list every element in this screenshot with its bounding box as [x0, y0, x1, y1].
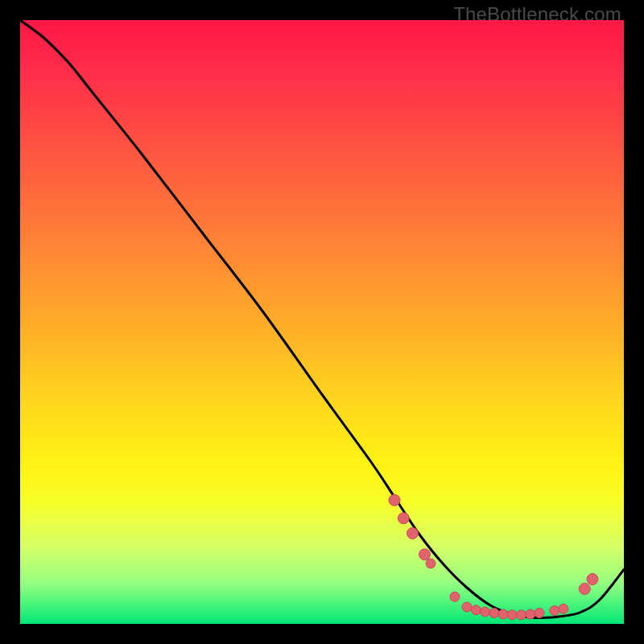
marker-dot	[389, 494, 400, 506]
marker-dot	[462, 602, 472, 612]
marker-dot	[398, 513, 409, 524]
marker-dot	[517, 610, 526, 620]
marker-dot	[507, 610, 517, 620]
marker-dot	[587, 574, 598, 585]
bottleneck-curve	[20, 20, 624, 618]
gradient-plot-area	[20, 20, 624, 624]
marker-dot	[450, 592, 460, 601]
marker-dot	[489, 609, 499, 618]
marker-dot	[498, 609, 508, 619]
plot-svg	[20, 20, 624, 624]
marker-dot	[550, 606, 559, 616]
marker-dot	[535, 609, 544, 618]
curve-markers	[389, 494, 598, 620]
marker-dot	[471, 605, 481, 615]
marker-dot	[526, 609, 535, 619]
marker-dot	[419, 549, 431, 560]
marker-dot	[407, 528, 419, 539]
marker-dot	[579, 584, 590, 595]
chart-frame: TheBottleneck.com	[0, 0, 644, 644]
marker-dot	[481, 607, 490, 617]
marker-dot	[426, 559, 436, 568]
marker-dot	[559, 604, 568, 613]
